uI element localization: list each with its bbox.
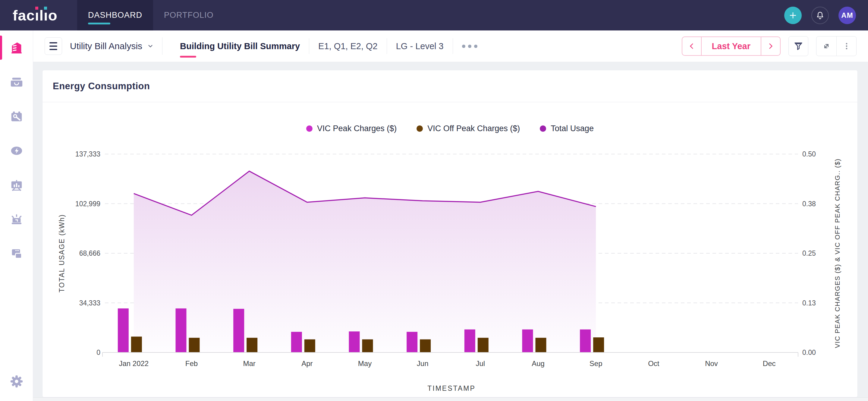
bar-vic-peak[interactable]: [233, 309, 244, 352]
dashboard-selector-label: Utility Bill Analysis: [70, 41, 142, 51]
legend-item-vic-peak[interactable]: VIC Peak Charges ($): [306, 124, 397, 133]
x-tick-label: Sep: [590, 360, 602, 368]
settings-gear-icon: [10, 374, 24, 388]
bar-vic-peak[interactable]: [580, 330, 591, 352]
toolbar-right-actions: Last Year: [682, 36, 857, 56]
bar-vic-peak[interactable]: [118, 308, 129, 352]
bar-vic-off-peak[interactable]: [131, 337, 142, 352]
user-avatar[interactable]: AM: [838, 7, 856, 24]
card-header: Energy Consumption: [42, 70, 858, 102]
tab-lg-level-3[interactable]: LG - Level 3: [387, 30, 453, 62]
maintenance-icon: [10, 110, 24, 123]
x-tick-label: Aug: [532, 360, 545, 368]
bar-vic-off-peak[interactable]: [593, 337, 604, 352]
facilio-logo[interactable]: facılıo: [13, 7, 76, 24]
nav-actions: AM: [784, 7, 856, 24]
x-tick-label: Feb: [185, 360, 198, 368]
time-range-control: Last Year: [682, 36, 781, 56]
dashboard-menu-button[interactable]: [44, 37, 62, 55]
time-range-label[interactable]: Last Year: [701, 37, 761, 55]
legend-item-vic-off-peak[interactable]: VIC Off Peak Charges ($): [416, 124, 520, 133]
card-title: Energy Consumption: [53, 81, 150, 92]
next-period-button[interactable]: [761, 37, 780, 55]
y-left-tick-label: 102,999: [75, 200, 100, 208]
building-icon: [10, 41, 24, 55]
bar-vic-off-peak[interactable]: [535, 338, 547, 352]
create-new-button[interactable]: [784, 7, 802, 24]
x-tick-label: Oct: [648, 360, 659, 368]
nav-tab-dashboard[interactable]: DASHBOARD: [77, 0, 153, 30]
y-right-tick-label: 0.00: [802, 348, 816, 357]
bar-vic-off-peak[interactable]: [189, 338, 200, 352]
kebab-menu-icon: [842, 42, 851, 50]
x-tick-label: May: [358, 360, 372, 368]
previous-period-button[interactable]: [682, 37, 701, 55]
bar-vic-off-peak[interactable]: [304, 339, 315, 352]
bar-vic-peak[interactable]: [522, 330, 533, 352]
y-left-tick-label: 68,666: [79, 249, 100, 257]
bar-vic-off-peak[interactable]: [478, 338, 489, 352]
filter-button[interactable]: [788, 36, 808, 56]
y-left-tick-label: 0: [96, 348, 100, 357]
expand-button[interactable]: [816, 36, 836, 56]
sidebar-item-portfolio-buildings[interactable]: [0, 30, 33, 65]
x-tick-label: Jul: [475, 360, 485, 368]
dashboard-selector[interactable]: Utility Bill Analysis: [70, 41, 154, 51]
bar-vic-off-peak[interactable]: [420, 339, 431, 352]
more-options-button[interactable]: [836, 36, 856, 56]
chart-actions-group: [816, 36, 857, 56]
legend-item-total-usage[interactable]: Total Usage: [540, 124, 594, 133]
horizontal-scrollbar-track[interactable]: [33, 397, 868, 401]
bar-vic-peak[interactable]: [407, 332, 417, 352]
chevron-right-icon: [767, 42, 775, 50]
left-sidebar: [0, 30, 33, 401]
bar-vic-peak[interactable]: [291, 332, 302, 352]
dashboard-board-icon: [10, 178, 24, 192]
x-axis-title: TIMESTAMP: [427, 384, 475, 392]
bell-icon: [815, 10, 825, 20]
plus-icon: [788, 11, 798, 20]
apps-icon: [10, 247, 24, 261]
y-left-tick-label: 137,333: [75, 150, 100, 158]
y-right-tick-label: 0.25: [802, 249, 816, 257]
alarm-icon: [10, 213, 24, 226]
chevron-left-icon: [688, 42, 695, 50]
sidebar-item-settings[interactable]: [0, 362, 33, 401]
sidebar-item-apps[interactable]: [0, 237, 33, 271]
legend-dot-vic-peak: [306, 125, 313, 132]
y-left-axis-title: TOTAL USAGE (kWh): [58, 214, 66, 292]
toolbar-divider: [162, 37, 162, 55]
y-right-tick-label: 0.50: [802, 150, 816, 158]
sidebar-item-alarms[interactable]: [0, 202, 33, 237]
sidebar-item-inbox[interactable]: [0, 65, 33, 99]
x-tick-label: Jan 2022: [119, 360, 149, 368]
top-navbar: facılıo DASHBOARD PORTFOLIO AM: [0, 0, 868, 30]
bar-vic-peak[interactable]: [176, 308, 187, 352]
energy-consumption-card: Energy Consumption VIC Peak Charges ($) …: [42, 70, 858, 397]
legend-dot-total-usage: [540, 125, 546, 132]
y-right-tick-label: 0.13: [802, 299, 816, 307]
sidebar-item-maintenance[interactable]: [0, 99, 33, 133]
energy-consumption-chart: 034,33368,666102,999137,3330.000.130.250…: [42, 134, 858, 399]
energy-icon: [10, 144, 24, 158]
tab-building-utility-bill-summary[interactable]: Building Utility Bill Summary: [171, 30, 309, 62]
legend-label: Total Usage: [551, 124, 594, 133]
filter-funnel-icon: [793, 41, 804, 51]
x-tick-label: Nov: [705, 360, 718, 368]
main-content: Energy Consumption VIC Peak Charges ($) …: [33, 62, 868, 401]
x-tick-label: Jun: [417, 360, 429, 368]
x-tick-label: Apr: [301, 360, 313, 368]
bar-vic-off-peak[interactable]: [362, 339, 373, 352]
legend-label: VIC Off Peak Charges ($): [427, 124, 520, 133]
more-tabs-button[interactable]: [453, 44, 487, 48]
sidebar-item-dashboards[interactable]: [0, 168, 33, 202]
nav-tab-portfolio[interactable]: PORTFOLIO: [153, 0, 224, 30]
tab-e1-q1-e2-q2[interactable]: E1, Q1, E2, Q2: [309, 30, 387, 62]
y-right-axis-title: VIC PEAK CHARGES ($) & VIC OFF PEAK CHAR…: [834, 158, 841, 348]
notifications-button[interactable]: [811, 7, 829, 24]
sidebar-item-energy[interactable]: [0, 133, 33, 168]
main-nav-tabs: DASHBOARD PORTFOLIO: [77, 0, 224, 30]
bar-vic-peak[interactable]: [464, 330, 475, 352]
bar-vic-off-peak[interactable]: [247, 338, 257, 352]
bar-vic-peak[interactable]: [349, 331, 360, 352]
